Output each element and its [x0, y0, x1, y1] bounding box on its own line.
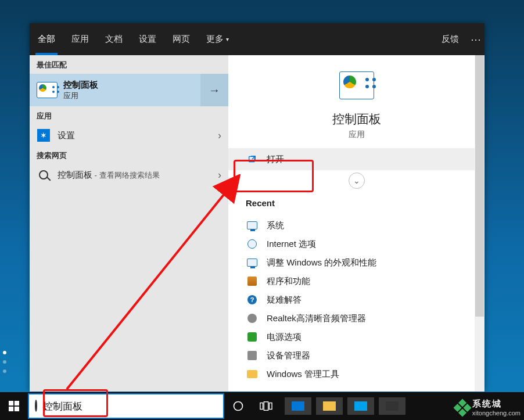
result-item-label: 设置: [58, 130, 75, 141]
svg-rect-7: [264, 402, 268, 411]
detail-title: 控制面板: [228, 111, 484, 127]
watermark-logo-icon: [453, 399, 471, 417]
apps-header: 应用: [30, 106, 228, 125]
recent-item-label: 电源选项: [267, 332, 302, 343]
tab-more[interactable]: 更多 ▾: [198, 23, 237, 55]
start-button[interactable]: [0, 392, 28, 420]
recent-block: Recent 系统 Internet 选项 调整 Windows 的外观和性能 …: [228, 198, 484, 383]
watermark: 系统城 xitongcheng.com: [456, 399, 521, 417]
feedback-button[interactable]: 反馈: [433, 23, 467, 55]
recent-item-performance[interactable]: 调整 Windows 的外观和性能: [246, 253, 467, 272]
best-match-row: 控制面板 应用 →: [30, 74, 228, 106]
folder-icon: [246, 369, 259, 379]
control-panel-icon-large: [339, 71, 374, 99]
taskbar-app-4[interactable]: [379, 397, 405, 415]
control-panel-icon: [37, 81, 58, 99]
tab-apps[interactable]: 应用: [63, 23, 97, 55]
tab-web[interactable]: 网页: [164, 23, 198, 55]
page-indicator-dots: [3, 351, 6, 354]
device-icon: [246, 350, 259, 361]
windows-logo-icon: [9, 401, 19, 411]
best-match-subtitle: 应用: [63, 91, 98, 101]
svg-rect-2: [15, 401, 19, 405]
taskbar: [0, 392, 524, 420]
recent-item-system[interactable]: 系统: [246, 216, 467, 235]
svg-rect-6: [260, 403, 263, 410]
tab-documents[interactable]: 文档: [97, 23, 131, 55]
monitor-icon: [246, 220, 259, 231]
recent-item-realtek[interactable]: Realtek高清晰音频管理器: [246, 309, 467, 328]
svg-rect-4: [15, 407, 19, 411]
recent-item-label: 疑难解答: [267, 295, 302, 306]
monitor-icon: [246, 257, 259, 268]
globe-icon: [246, 239, 259, 249]
expand-actions-button[interactable]: ⌄: [349, 173, 365, 189]
recent-item-admin-tools[interactable]: Windows 管理工具: [246, 365, 467, 383]
open-action-label: 打开: [267, 154, 284, 165]
taskbar-app-2[interactable]: [316, 397, 343, 415]
detail-hero: 控制面板 应用: [228, 55, 484, 148]
best-match-title: 控制面板: [63, 80, 98, 91]
result-item-settings[interactable]: ✶ 设置 ›: [30, 125, 228, 146]
taskbar-search-input[interactable]: [43, 400, 217, 412]
recent-item-label: 设备管理器: [267, 350, 310, 361]
windows-search-panel: 全部 应用 文档 设置 网页 更多 ▾ 反馈 ⋯ 最佳匹配 控制面板 应用: [30, 23, 484, 392]
detail-subtitle: 应用: [228, 130, 484, 140]
help-icon: ?: [246, 295, 259, 305]
task-view-button[interactable]: [252, 392, 280, 420]
taskbar-app-3[interactable]: [347, 397, 374, 415]
web-item-term: 控制面板: [58, 170, 92, 180]
recent-item-device-manager[interactable]: 设备管理器: [246, 346, 467, 365]
svg-point-5: [234, 402, 243, 411]
tab-more-label: 更多: [206, 34, 224, 45]
recent-item-internet-options[interactable]: Internet 选项: [246, 235, 467, 253]
recent-item-label: 调整 Windows 的外观和性能: [267, 257, 376, 268]
best-match-header: 最佳匹配: [30, 55, 228, 74]
search-main-area: 最佳匹配 控制面板 应用 → 应用 ✶ 设置 › 搜索网页: [30, 55, 484, 392]
search-preview-pane: 控制面板 应用 打开 ⌄ Recent 系统 Internet 选项: [228, 55, 484, 392]
search-web-header: 搜索网页: [30, 146, 228, 164]
more-options-button[interactable]: ⋯: [467, 23, 484, 55]
recent-item-label: 程序和功能: [267, 276, 310, 287]
recent-item-troubleshoot[interactable]: ? 疑难解答: [246, 290, 467, 309]
tab-settings[interactable]: 设置: [131, 23, 164, 55]
recent-item-power[interactable]: 电源选项: [246, 328, 467, 346]
result-item-label: 控制面板 - 查看网络搜索结果: [58, 170, 160, 181]
web-item-sub: - 查看网络搜索结果: [92, 171, 160, 180]
svg-rect-8: [270, 403, 272, 410]
open-action[interactable]: 打开: [228, 148, 484, 170]
best-match-expand-button[interactable]: →: [200, 74, 228, 106]
chevron-right-icon: ›: [218, 130, 221, 142]
recent-header: Recent: [246, 198, 467, 208]
cortana-button[interactable]: [224, 392, 252, 420]
chevron-down-icon: ▾: [226, 36, 229, 42]
recent-item-label: Internet 选项: [267, 239, 316, 250]
taskbar-search-box[interactable]: [28, 393, 224, 419]
recent-item-label: 系统: [267, 220, 284, 231]
search-results-pane: 最佳匹配 控制面板 应用 → 应用 ✶ 设置 › 搜索网页: [30, 55, 228, 392]
recent-item-label: Realtek高清晰音频管理器: [267, 313, 366, 324]
recent-item-programs[interactable]: 程序和功能: [246, 272, 467, 290]
box-icon: [246, 276, 259, 286]
task-view-icon: [260, 401, 272, 411]
power-icon: [246, 332, 259, 342]
taskbar-app-1[interactable]: [285, 397, 311, 415]
svg-rect-1: [9, 401, 13, 405]
chevron-right-icon: ›: [218, 169, 221, 181]
sound-icon: [246, 313, 259, 324]
watermark-url: xitongcheng.com: [472, 410, 521, 417]
result-item-web-search[interactable]: 控制面板 - 查看网络搜索结果 ›: [30, 164, 228, 185]
search-tabs-bar: 全部 应用 文档 设置 网页 更多 ▾ 反馈 ⋯: [30, 23, 484, 55]
scrollbar[interactable]: [475, 55, 484, 392]
scrollbar-thumb[interactable]: [475, 55, 484, 317]
watermark-title: 系统城: [472, 399, 521, 410]
tab-all[interactable]: 全部: [30, 23, 63, 55]
best-match-item[interactable]: 控制面板 应用: [30, 74, 200, 106]
search-icon: [35, 401, 37, 411]
recent-item-label: Windows 管理工具: [267, 369, 339, 380]
search-icon: [37, 170, 51, 180]
settings-icon: ✶: [37, 129, 51, 142]
svg-rect-3: [9, 407, 13, 411]
cortana-icon: [232, 400, 244, 412]
open-icon: [246, 155, 259, 164]
